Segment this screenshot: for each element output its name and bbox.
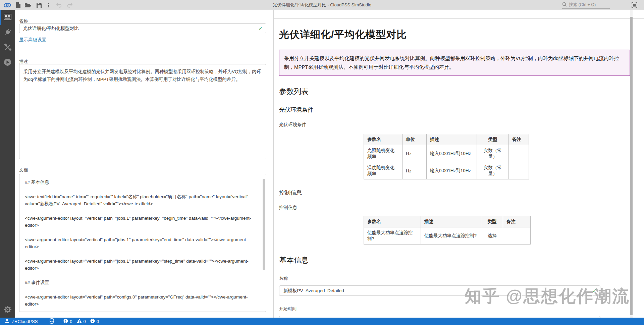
cell: Hz bbox=[402, 145, 427, 162]
doc-line: <cwe-argument-editor layout="vertical" p… bbox=[25, 293, 257, 308]
form-details-icon bbox=[4, 14, 11, 21]
search-placeholder: 搜索 (Ctrl + Q) bbox=[569, 2, 596, 8]
col-header: 描述 bbox=[427, 134, 477, 145]
plug-icon bbox=[4, 29, 11, 37]
document-label: 文档 bbox=[19, 167, 28, 173]
template-name-label: 名称 bbox=[279, 275, 630, 281]
cell: 实数（常量） bbox=[477, 145, 509, 162]
error-count: 0 bbox=[70, 319, 72, 324]
cell: 使能最大功率点追踪控制? bbox=[421, 227, 481, 245]
col-header: 参数名 bbox=[364, 134, 402, 145]
doc-line: ## 基本信息 bbox=[25, 179, 257, 186]
project-name-field: ✓ bbox=[19, 23, 266, 33]
col-header: 类型 bbox=[477, 134, 509, 145]
tools-icon bbox=[4, 44, 11, 52]
main-scrollbar[interactable] bbox=[630, 10, 633, 318]
description-textarea[interactable]: 采用分立开关建模以及平均化建模的光伏并网发电系统对比算例。两种模型都采用双环控制… bbox=[19, 64, 266, 159]
preview-page: 光伏详细化/平均化模型对比 采用分立开关建模以及平均化建模的光伏并网发电系统对比… bbox=[279, 19, 630, 318]
cell bbox=[509, 162, 529, 179]
fullscreen-icon[interactable] bbox=[629, 0, 639, 10]
properties-panel: 名称 ✓ 显示高级设置 描述 采用分立开关建模以及平均化建模的光伏并网发电系统对… bbox=[15, 10, 274, 318]
cell bbox=[503, 227, 531, 245]
col-header: 备注 bbox=[509, 134, 529, 145]
doc-line: <cwe-argument-editor layout="vertical" p… bbox=[25, 236, 257, 250]
table-row: 光照随机变化频率 Hz 输入0.001Hz到10Hz 实数（常量） bbox=[364, 145, 529, 162]
page-title: 光伏详细化/平均化模型对比 bbox=[279, 28, 630, 42]
ctrl-heading: 控制信息 bbox=[279, 189, 630, 197]
cell: 输入0.001Hz到10Hz bbox=[427, 145, 477, 162]
user-icon bbox=[5, 319, 9, 324]
table-row: 使能最大功率点追踪控制? 使能最大功率点追踪控制? 选择 bbox=[364, 227, 531, 245]
info-icon bbox=[90, 319, 95, 324]
doc-editor-scrollbar[interactable] bbox=[263, 179, 265, 270]
cell: 输入0.001Hz到10Hz bbox=[427, 162, 477, 179]
project-name-input[interactable] bbox=[19, 24, 266, 33]
cell: 温度随机变化频率 bbox=[364, 162, 402, 179]
table-header-row: 参数名 描述 类型 备注 bbox=[364, 216, 531, 227]
valid-check-icon: ✓ bbox=[258, 25, 263, 32]
basic-info-heading: 基本信息 bbox=[279, 255, 630, 265]
main-scrollbar-thumb[interactable] bbox=[630, 17, 633, 315]
statusbar: ZRCloudPSS 0 0 bbox=[0, 318, 644, 325]
global-search[interactable]: 搜索 (Ctrl + Q) bbox=[562, 1, 610, 9]
cell: 选择 bbox=[481, 227, 503, 245]
cell: 实数（常量） bbox=[477, 162, 509, 179]
database-status[interactable] bbox=[50, 318, 54, 325]
col-header: 类型 bbox=[481, 216, 503, 227]
env-heading: 光伏环境条件 bbox=[279, 106, 630, 114]
col-header: 单位 bbox=[402, 134, 427, 145]
doc-line: ## 事件设置 bbox=[25, 279, 257, 286]
template-name-field: ✓ bbox=[279, 285, 600, 296]
activity-sidebar bbox=[0, 10, 15, 318]
cell: Hz bbox=[402, 162, 427, 179]
env-caption: 光伏环境条件 bbox=[279, 122, 630, 128]
template-name-input[interactable] bbox=[279, 286, 600, 295]
preview-toolbar-strip bbox=[274, 10, 644, 19]
env-params-table: 参数名 单位 描述 类型 备注 光照随机变化频率 Hz 输入0.001Hz到10… bbox=[364, 134, 529, 179]
sidebar-item-properties[interactable] bbox=[0, 10, 15, 25]
cell: 使能最大功率点追踪控制? bbox=[364, 227, 421, 245]
show-advanced-settings-link[interactable]: 显示高级设置 bbox=[19, 37, 46, 43]
play-circle-icon bbox=[4, 58, 11, 67]
valid-check-icon: ✓ bbox=[592, 288, 597, 294]
warning-icon bbox=[77, 319, 82, 324]
info-count: 0 bbox=[97, 319, 99, 324]
sidebar-item-tools[interactable] bbox=[0, 40, 15, 55]
user-account[interactable]: ZRCloudPSS bbox=[5, 319, 38, 324]
summary-infobox: 采用分立开关建模以及平均化建模的光伏并网发电系统对比算例。两种模型都采用双环控制… bbox=[279, 50, 630, 76]
document-editor[interactable]: ## 基本信息 <cwe-textfield id="name" trim=""… bbox=[19, 174, 266, 312]
ctrl-caption: 控制信息 bbox=[279, 205, 630, 211]
col-header: 描述 bbox=[421, 216, 481, 227]
search-icon bbox=[562, 2, 567, 8]
preview-pane: 光伏详细化/平均化模型对比 采用分立开关建模以及平均化建模的光伏并网发电系统对比… bbox=[274, 10, 644, 318]
settings-gear-icon[interactable] bbox=[0, 306, 15, 314]
cell: 光照随机变化频率 bbox=[364, 145, 402, 162]
cell bbox=[509, 145, 529, 162]
params-heading: 参数列表 bbox=[279, 87, 630, 97]
ctrl-params-table: 参数名 描述 类型 备注 使能最大功率点追踪控制? 使能最大功率点追踪控制? 选… bbox=[364, 216, 531, 245]
doc-line: <cwe-textfield id="name" trim="" require… bbox=[25, 193, 257, 207]
doc-line: <cwe-argument-editor layout="vertical" p… bbox=[25, 258, 257, 272]
sidebar-item-components[interactable] bbox=[0, 25, 15, 40]
topbar: 光伏详细化/平均化模型对比 - CloudPSS SimStudio 搜索 (C… bbox=[0, 0, 644, 10]
begin-time-label: 开始时间 bbox=[279, 306, 630, 312]
problems-summary[interactable]: 0 0 0 bbox=[63, 319, 102, 324]
username: ZRCloudPSS bbox=[12, 319, 38, 324]
window-title: 光伏详细化/平均化模型对比 - CloudPSS SimStudio bbox=[0, 0, 644, 10]
col-header: 参数名 bbox=[364, 216, 421, 227]
table-row: 温度随机变化频率 Hz 输入0.001Hz到10Hz 实数（常量） bbox=[364, 162, 529, 179]
col-header: 备注 bbox=[503, 216, 531, 227]
table-header-row: 参数名 单位 描述 类型 备注 bbox=[364, 134, 529, 145]
warning-count: 0 bbox=[84, 319, 86, 324]
database-icon bbox=[50, 318, 54, 325]
doc-line: <cwe-argument-editor layout="vertical" p… bbox=[25, 215, 257, 229]
sidebar-item-run[interactable] bbox=[0, 55, 15, 70]
error-icon bbox=[63, 319, 68, 324]
